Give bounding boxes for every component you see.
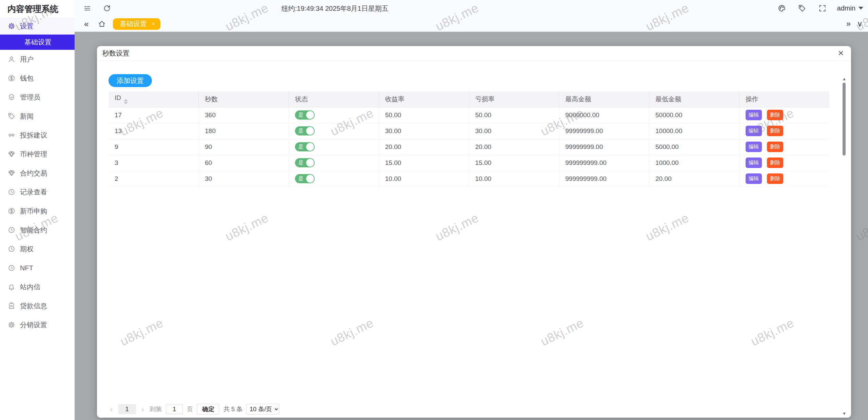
- cell-loss-rate: 10.00: [469, 171, 559, 187]
- theme-palette-icon[interactable]: [776, 2, 788, 14]
- history-icon: [7, 226, 16, 234]
- bell-icon: [7, 283, 16, 291]
- per-page-select[interactable]: 10 条/页: [246, 404, 279, 415]
- sidebar-item-label: 用户: [20, 55, 34, 64]
- column-header: 状态: [289, 91, 379, 107]
- sidebar-item-label: 分销设置: [20, 320, 47, 330]
- status-toggle[interactable]: 是: [295, 142, 315, 151]
- toggle-knob: [306, 111, 314, 119]
- cell-seconds: 90: [199, 139, 289, 155]
- tabs-scroll-right-icon[interactable]: »: [846, 19, 849, 28]
- sidebar-item-label: 站内信: [20, 282, 40, 292]
- cell-max-amount: 99999999.00: [559, 123, 649, 139]
- sidebar-item-admins[interactable]: 管理员: [0, 88, 75, 107]
- sidebar-item-coins[interactable]: 币种管理: [0, 145, 75, 164]
- column-header: 秒数: [199, 91, 289, 107]
- cell-loss-rate: 20.00: [469, 139, 559, 155]
- total-count: 共 5 条: [223, 405, 242, 413]
- fullscreen-icon[interactable]: [817, 2, 828, 14]
- delete-button[interactable]: 删除: [767, 126, 783, 136]
- tag-icon[interactable]: [796, 2, 808, 14]
- tabs-scroll-left-icon[interactable]: «: [84, 19, 87, 29]
- tabs-menu-icon[interactable]: ∨: [857, 19, 863, 28]
- prev-page-icon[interactable]: ‹: [108, 405, 114, 414]
- tab-close-icon[interactable]: ×: [152, 21, 155, 27]
- cell-min-amount: 10000.00: [649, 123, 739, 139]
- toggle-label: 是: [298, 112, 303, 118]
- cell-profit-rate: 50.00: [379, 107, 469, 123]
- edit-button[interactable]: 编辑: [746, 110, 762, 120]
- sidebar-item-news[interactable]: 新闻: [0, 107, 75, 126]
- sidebar-item-records[interactable]: 记录查看: [0, 183, 75, 202]
- sidebar-item-label: 新币申购: [20, 207, 47, 216]
- cell-min-amount: 20.00: [649, 171, 739, 187]
- user-menu[interactable]: admin: [837, 4, 863, 12]
- cell-id: 9: [108, 139, 199, 155]
- cell-loss-rate: 15.00: [469, 155, 559, 171]
- topbar: 纽约:19:49:34 2025年8月1日星期五 admin: [75, 0, 868, 16]
- status-toggle[interactable]: 是: [295, 158, 315, 167]
- tab-basic-settings[interactable]: 基础设置 ×: [113, 18, 160, 30]
- sidebar-item-options[interactable]: 期权: [0, 239, 75, 258]
- edit-button[interactable]: 编辑: [746, 158, 762, 168]
- refresh-icon[interactable]: [101, 2, 113, 14]
- column-header: 操作: [739, 91, 829, 107]
- sort-icon[interactable]: [124, 99, 128, 104]
- cell-profit-rate: 20.00: [379, 139, 469, 155]
- sidebar-item-messages[interactable]: 站内信: [0, 277, 75, 296]
- status-toggle[interactable]: 是: [295, 126, 315, 135]
- add-setting-button[interactable]: 添加设置: [108, 74, 152, 87]
- scrollbar-thumb[interactable]: [843, 83, 846, 155]
- tabbar: « 基础设置 × » ∨: [75, 16, 868, 32]
- sidebar-item-label: 基础设置: [24, 38, 52, 47]
- sidebar-item-feedback[interactable]: 投拆建议: [0, 126, 75, 145]
- edit-button[interactable]: 编辑: [746, 173, 762, 184]
- gem-icon: [7, 169, 16, 177]
- sidebar-item-settings[interactable]: 设置: [0, 18, 75, 35]
- sidebar: 内容管理系统 设置 基础设置 用户 钱包 管理员 新闻 投拆建议 币种管理 合约…: [0, 0, 75, 420]
- gear-icon: [7, 22, 16, 30]
- page-label: 页: [187, 405, 193, 413]
- sidebar-item-wallet[interactable]: 钱包: [0, 69, 75, 88]
- history-icon: [7, 264, 16, 272]
- close-icon[interactable]: ×: [838, 47, 844, 59]
- toggle-knob: [306, 127, 314, 135]
- goto-page-input[interactable]: [166, 404, 183, 414]
- cell-profit-rate: 10.00: [379, 171, 469, 187]
- table-row: 9 90 是 20.00 20.00 99999999.00 5000.00 编…: [108, 139, 829, 155]
- sidebar-item-smart-contract[interactable]: 智能合约: [0, 220, 75, 239]
- scroll-up-icon[interactable]: ▲: [842, 77, 847, 81]
- sidebar-item-label: 期权: [20, 245, 34, 254]
- column-header: 最高金额: [559, 91, 649, 107]
- sidebar-item-nft[interactable]: NFT: [0, 258, 75, 277]
- modal-title: 秒数设置: [102, 49, 130, 58]
- edit-button[interactable]: 编辑: [746, 126, 762, 136]
- sidebar-item-users[interactable]: 用户: [0, 50, 75, 69]
- cell-seconds: 60: [199, 155, 289, 171]
- gem-icon: [7, 150, 16, 158]
- cell-profit-rate: 15.00: [379, 155, 469, 171]
- sidebar-item-label: 设置: [20, 22, 34, 31]
- settings-table: ID秒数状态收益率亏损率最高金额最低金额操作 17 360 是 50.00 50…: [108, 91, 829, 187]
- delete-button[interactable]: 删除: [767, 173, 783, 184]
- delete-button[interactable]: 删除: [767, 158, 783, 168]
- home-icon[interactable]: [96, 18, 107, 30]
- sidebar-item-basic-settings[interactable]: 基础设置: [0, 35, 75, 50]
- sidebar-item-loans[interactable]: 贷款信息: [0, 296, 75, 315]
- status-toggle[interactable]: 是: [295, 174, 315, 183]
- status-toggle[interactable]: 是: [295, 110, 315, 120]
- sidebar-item-distribution[interactable]: 分销设置: [0, 315, 75, 334]
- sidebar-item-new-coin[interactable]: 新币申购: [0, 202, 75, 220]
- edit-button[interactable]: 编辑: [746, 142, 762, 152]
- column-header[interactable]: ID: [108, 91, 199, 107]
- scroll-down-icon[interactable]: ▼: [842, 411, 847, 416]
- collapse-menu-icon[interactable]: [81, 2, 93, 14]
- confirm-button[interactable]: 确定: [197, 404, 219, 415]
- current-page[interactable]: 1: [118, 404, 136, 414]
- delete-button[interactable]: 删除: [767, 110, 783, 120]
- sidebar-item-contract-trade[interactable]: 合约交易: [0, 164, 75, 183]
- next-page-icon[interactable]: ›: [140, 405, 146, 414]
- shield-check-icon: [7, 93, 16, 101]
- delete-button[interactable]: 删除: [767, 142, 783, 152]
- link-icon: [7, 131, 16, 139]
